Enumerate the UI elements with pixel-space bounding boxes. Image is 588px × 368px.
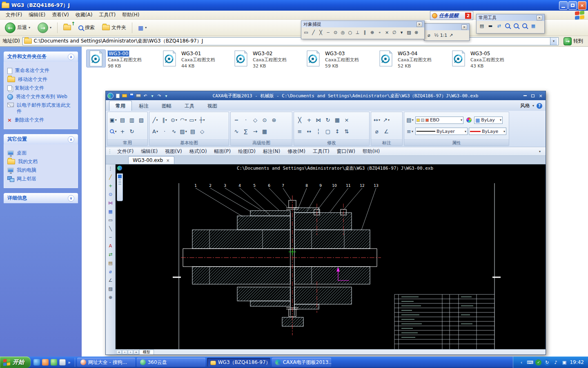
overflow-chevron-icon[interactable]: » xyxy=(68,360,71,365)
caxa-minimize-button[interactable] xyxy=(522,93,528,99)
ribbon-tab-view[interactable]: 视图 xyxy=(201,101,223,111)
task-copy[interactable]: 复制这个文件 xyxy=(7,85,74,91)
polyline-icon[interactable]: ┅ xyxy=(232,116,241,124)
caxa-close-button[interactable]: × xyxy=(537,93,544,99)
undo-icon[interactable]: ↶ xyxy=(143,93,148,99)
circle-icon[interactable]: ⊙▾ xyxy=(170,116,178,124)
array-tool-icon[interactable]: ▦ xyxy=(107,208,114,215)
snap-node-icon[interactable]: ⊕ xyxy=(369,28,376,36)
go-button[interactable]: → 转到 xyxy=(561,36,586,46)
caxa-menu-sheet[interactable]: 幅面(P) xyxy=(211,147,234,156)
style-dropdown[interactable]: 风格 xyxy=(520,102,530,109)
dim-leader-icon[interactable]: ↗ xyxy=(448,31,454,39)
polygon-icon[interactable]: ◇ xyxy=(198,127,206,135)
color-picker-icon[interactable] xyxy=(465,116,473,124)
snap-midpoint-icon[interactable]: ╱ xyxy=(310,28,317,36)
dashed-tool-icon[interactable]: ┄ xyxy=(107,234,114,240)
notes-icon[interactable]: ▤ xyxy=(478,22,486,30)
swap-tool-icon[interactable]: ⇄ xyxy=(107,251,114,258)
chevron-down-icon[interactable]: ▾ xyxy=(539,150,541,153)
ellipse-icon[interactable]: ⊙ xyxy=(261,116,269,124)
chevron-down-icon[interactable]: ▾ xyxy=(163,93,169,99)
refresh-icon[interactable]: ⇄ xyxy=(495,22,503,30)
parallel-icon[interactable]: ∥▾ xyxy=(160,116,169,124)
menu-file[interactable]: 文件(F) xyxy=(2,11,25,19)
task-publish[interactable]: 将这个文件发布到 Web xyxy=(7,94,74,100)
file-name[interactable]: WG3-00 xyxy=(108,51,129,56)
taskbar-button-explorer[interactable]: WG3（BZQ4186-97）J xyxy=(207,358,270,367)
prev-sheet-button[interactable]: ‹ xyxy=(122,350,127,355)
linetype-icon[interactable]: ≡▾ xyxy=(406,127,414,135)
menu-edit[interactable]: 编辑(E) xyxy=(25,11,49,19)
views-button[interactable]: ▦ ▾ xyxy=(136,23,149,32)
leader-icon[interactable]: ↗▾ xyxy=(382,116,390,124)
first-sheet-button[interactable]: « xyxy=(116,350,122,355)
caxa-menu-modify[interactable]: 修改(M) xyxy=(284,147,309,156)
snap-parallel-icon[interactable]: ∥ xyxy=(361,28,368,36)
zoom-icon[interactable] xyxy=(503,22,512,30)
snap-extension-icon[interactable]: ┄ xyxy=(325,28,332,36)
hide-icons-chevron[interactable]: ‹ xyxy=(518,359,524,366)
gear-icon[interactable]: ⊛ xyxy=(270,116,278,124)
drawing-canvas[interactable]: C:\Documents and Settings\Administrator\… xyxy=(116,164,546,355)
scale-icon[interactable]: ⇅ xyxy=(343,127,351,135)
sketch-tool-icon[interactable]: ╱ xyxy=(107,174,114,180)
quicklaunch-browser-icon[interactable] xyxy=(33,359,40,366)
snap-clear-icon[interactable]: ∅ xyxy=(391,28,398,36)
spline-icon[interactable]: ∿ xyxy=(170,127,178,135)
minimize-button[interactable] xyxy=(559,1,568,10)
place-desktop[interactable]: 桌面 xyxy=(7,150,74,156)
ribbon-tab-annotate[interactable]: 标注 xyxy=(133,101,155,111)
file-item[interactable]: WG3-04 Caxa工程图文档 52 KB xyxy=(376,50,447,69)
address-dropdown[interactable]: ▾ xyxy=(550,38,557,45)
lengthen-icon[interactable]: ↕ xyxy=(333,127,341,135)
dimension-icon[interactable]: ↔▾ xyxy=(373,116,381,124)
cut-icon[interactable]: ▥ xyxy=(128,116,136,124)
ribbon-tab-common[interactable]: 常用 xyxy=(109,101,132,111)
start-button[interactable]: 开始 xyxy=(0,357,31,368)
snap-tangent-icon[interactable]: ○ xyxy=(347,28,354,36)
polygon2-icon[interactable]: ◇ xyxy=(251,116,259,124)
point2-icon[interactable]: · xyxy=(242,116,250,124)
wave-icon[interactable]: ∿ xyxy=(232,127,241,135)
linewidth-combobox[interactable]: ByLaye ▾ xyxy=(469,128,506,135)
model-tab[interactable]: 模型 xyxy=(139,350,154,355)
caxa-menu-annotate[interactable]: 标注(N) xyxy=(260,147,283,156)
circle-tool-icon[interactable]: ⊙ xyxy=(107,191,114,197)
caxa-menu-window[interactable]: 窗口(W) xyxy=(334,147,359,156)
collapse-icon[interactable]: ∧ xyxy=(68,54,74,60)
file-name[interactable]: WG3-04 xyxy=(398,51,432,56)
text-tool-icon[interactable]: A xyxy=(107,242,114,249)
ribbon-tab-tools[interactable]: 工具 xyxy=(178,101,200,111)
expand-icon[interactable]: ∨ xyxy=(68,195,74,202)
save-icon[interactable] xyxy=(129,93,134,99)
chevron-down-icon[interactable]: ▾ xyxy=(149,93,155,99)
osnap-tool-icon[interactable]: ⊕ xyxy=(107,294,114,301)
search-button[interactable]: 搜索 xyxy=(76,23,97,32)
snap-perpendicular-icon[interactable]: ⊥ xyxy=(354,28,361,36)
explode-icon[interactable]: ▢ xyxy=(324,127,332,135)
arrow-icon[interactable]: → xyxy=(251,127,259,135)
close-button[interactable]: × xyxy=(578,1,586,10)
close-icon[interactable]: × xyxy=(416,22,422,27)
caxa-menu-help[interactable]: 帮助(H) xyxy=(359,147,383,156)
diameter-tool-icon[interactable]: ⌀ xyxy=(107,268,114,275)
collapse-icon[interactable]: ∧ xyxy=(68,136,74,143)
task-delete[interactable]: ×删除这个文件 xyxy=(7,117,74,123)
mirror-tool-icon[interactable]: ⋈ xyxy=(107,200,114,206)
file-name[interactable]: WG3-03 xyxy=(325,51,359,56)
snap-endpoint-icon[interactable]: ▭ xyxy=(303,28,310,36)
pan-icon[interactable]: + xyxy=(118,127,127,135)
snap-intersection-icon[interactable]: ╳ xyxy=(317,28,324,36)
quicklaunch-sogou-icon[interactable] xyxy=(42,359,49,366)
snap-grid-icon[interactable]: ▨ xyxy=(405,28,412,36)
file-item[interactable]: WG3-05 Caxa工程图文档 43 KB xyxy=(449,50,519,69)
tray-sync-icon[interactable]: ↻ xyxy=(544,359,550,366)
print-icon[interactable] xyxy=(136,93,141,99)
document-tab[interactable]: WG3-00.exb × xyxy=(128,156,174,164)
close-tab-icon[interactable]: × xyxy=(166,158,169,163)
hatch-tool-icon[interactable]: ▨ xyxy=(107,285,114,292)
file-item[interactable]: WG3-02 Caxa工程图文档 32 KB xyxy=(232,50,302,69)
dim-scale-icon[interactable]: 1:1 xyxy=(440,31,447,39)
array-icon[interactable]: ▦ xyxy=(333,116,341,124)
